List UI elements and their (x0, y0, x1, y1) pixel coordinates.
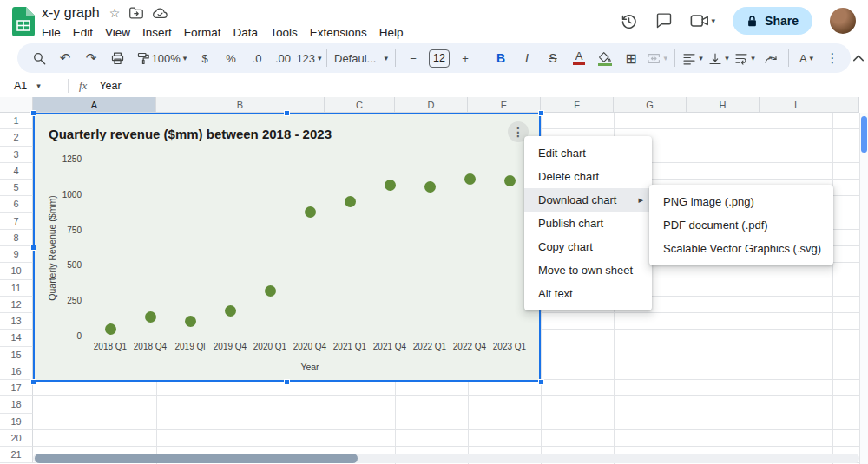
version-history-icon[interactable] (620, 12, 638, 30)
context-menu-item-download-chart[interactable]: Download chart▸ (524, 188, 652, 212)
name-box[interactable]: A1 ▾ (0, 80, 68, 92)
row-header-10[interactable]: 10 (0, 263, 33, 279)
vertical-scrollbar-thumb[interactable] (861, 116, 867, 153)
text-style-button[interactable]: A ▾ (793, 47, 819, 69)
row-header-19[interactable]: 19 (0, 414, 33, 430)
decrease-font-size-button[interactable]: − (400, 47, 426, 69)
menu-edit[interactable]: Edit (67, 25, 99, 40)
move-to-folder-icon[interactable] (129, 7, 143, 19)
menu-insert[interactable]: Insert (136, 25, 178, 40)
column-header-E[interactable]: E (468, 97, 541, 113)
meet-video-icon[interactable]: ▾ (690, 13, 716, 29)
row-header-14[interactable]: 14 (0, 330, 33, 346)
collapse-toolbar-icon[interactable] (845, 47, 868, 69)
chart-data-point[interactable] (145, 311, 156, 323)
selection-handle[interactable] (30, 379, 36, 385)
italic-button[interactable]: I (514, 47, 540, 69)
row-header-9[interactable]: 9 (0, 246, 33, 263)
column-header-F[interactable]: F (541, 97, 614, 113)
submenu-item-scalable[interactable]: Scalable Vector Graphics (.svg) (649, 237, 833, 260)
vertical-align-button[interactable]: ▾ (706, 47, 732, 69)
fill-color-button[interactable] (592, 47, 618, 69)
chart-data-point[interactable] (504, 175, 516, 186)
increase-decimals-button[interactable]: .00 (270, 47, 296, 69)
format-currency-button[interactable]: $ (192, 47, 218, 69)
submenu-item-pdf[interactable]: PDF document (.pdf) (649, 213, 833, 237)
increase-font-size-button[interactable]: + (452, 47, 478, 69)
search-icon[interactable] (26, 47, 52, 69)
chart-data-point[interactable] (265, 285, 276, 297)
chart-data-point[interactable] (464, 173, 476, 185)
zoom-select[interactable]: 100% ▾ (156, 47, 182, 69)
menu-data[interactable]: Data (227, 25, 265, 40)
chart-data-point[interactable] (305, 206, 316, 218)
menu-extensions[interactable]: Extensions (304, 25, 373, 40)
star-icon[interactable]: ☆ (109, 6, 121, 20)
chart-data-point[interactable] (185, 316, 196, 327)
horizontal-scrollbar[interactable] (33, 454, 859, 463)
redo-icon[interactable]: ↷ (78, 47, 104, 69)
column-header-G[interactable]: G (614, 97, 687, 113)
horizontal-align-button[interactable]: ▾ (680, 47, 706, 69)
format-percent-button[interactable]: % (218, 47, 244, 69)
chart-data-point[interactable] (225, 305, 236, 317)
selection-handle[interactable] (538, 379, 544, 385)
chart-data-point[interactable] (424, 181, 436, 193)
row-header-8[interactable]: 8 (0, 230, 33, 246)
select-all-corner[interactable] (0, 97, 33, 113)
formula-input[interactable]: Year (99, 80, 121, 92)
row-header-15[interactable]: 15 (0, 347, 33, 363)
menu-tools[interactable]: Tools (264, 25, 304, 40)
share-button[interactable]: Share (733, 7, 812, 35)
selection-handle[interactable] (30, 110, 36, 116)
font-size-input[interactable]: 12 (426, 47, 452, 69)
chart-data-point[interactable] (345, 196, 356, 207)
selection-handle[interactable] (284, 379, 290, 385)
column-header-D[interactable]: D (395, 97, 468, 113)
chart-data-point[interactable] (105, 323, 116, 335)
column-header-partial[interactable] (832, 97, 859, 113)
horizontal-scrollbar-thumb[interactable] (35, 454, 358, 463)
decrease-decimals-button[interactable]: .0 (244, 47, 270, 69)
text-wrap-button[interactable]: ▾ (732, 47, 758, 69)
text-color-button[interactable]: A (566, 47, 592, 69)
chart-data-point[interactable] (385, 180, 396, 191)
row-header-13[interactable]: 13 (0, 313, 33, 330)
row-header-21[interactable]: 21 (0, 447, 33, 463)
menu-view[interactable]: View (99, 25, 136, 40)
row-header-5[interactable]: 5 (0, 180, 33, 196)
undo-icon[interactable]: ↶ (52, 47, 78, 69)
more-options-icon[interactable]: ⋮ (819, 47, 845, 69)
row-header-20[interactable]: 20 (0, 430, 33, 447)
row-header-3[interactable]: 3 (0, 147, 33, 163)
row-header-1[interactable]: 1 (0, 113, 33, 129)
menu-format[interactable]: Format (178, 25, 227, 40)
column-header-A[interactable]: A (33, 97, 156, 113)
submenu-item-png[interactable]: PNG image (.png) (649, 190, 833, 213)
selection-handle[interactable] (30, 245, 36, 251)
selection-handle[interactable] (538, 110, 544, 116)
menu-file[interactable]: File (36, 25, 67, 40)
borders-button[interactable]: ⊞ (618, 47, 644, 69)
context-menu-item-copy-chart[interactable]: Copy chart (524, 235, 652, 258)
bold-button[interactable]: B (488, 47, 514, 69)
vertical-scrollbar[interactable] (859, 113, 868, 464)
strikethrough-button[interactable]: S (540, 47, 566, 69)
comments-icon[interactable] (655, 12, 673, 29)
column-header-C[interactable]: C (325, 97, 395, 113)
font-select[interactable]: Defaul... ▾ (332, 47, 391, 69)
avatar[interactable] (830, 8, 856, 34)
row-header-17[interactable]: 17 (0, 380, 33, 396)
embedded-chart[interactable]: Quarterly revenue ($mm) between 2018 - 2… (33, 113, 541, 382)
print-icon[interactable] (104, 47, 130, 69)
column-header-H[interactable]: H (687, 97, 760, 113)
context-menu-item-move-to-own-sheet[interactable]: Move to own sheet (524, 258, 652, 282)
row-header-6[interactable]: 6 (0, 196, 33, 212)
row-header-7[interactable]: 7 (0, 213, 33, 230)
spreadsheet-grid[interactable]: ABCDEFGHI 123456789101112131415161718192… (0, 97, 868, 464)
cloud-saved-icon[interactable] (153, 8, 168, 19)
text-rotation-button[interactable]: A (758, 47, 784, 69)
context-menu-item-publish-chart[interactable]: Publish chart (524, 212, 652, 235)
row-header-18[interactable]: 18 (0, 396, 33, 413)
row-header-11[interactable]: 11 (0, 280, 33, 297)
